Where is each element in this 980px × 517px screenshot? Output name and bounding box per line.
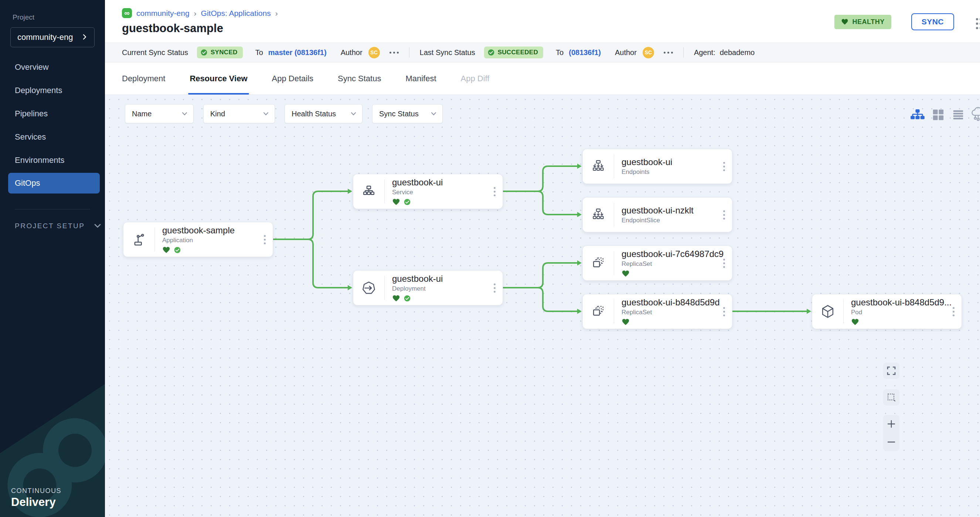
node-kind: ReplicaSet — [622, 260, 732, 268]
brand-continuous: CONTINUOUS — [11, 487, 61, 495]
breadcrumb-separator: › — [194, 9, 197, 18]
node-menu-kebab[interactable] — [950, 304, 957, 318]
brand-delivery: Delivery — [11, 496, 61, 509]
page-header: ∞ community-eng › GitOps: Applications ›… — [105, 0, 980, 43]
node-kind: Pod — [851, 309, 961, 316]
tab-bar: Deployment Resource View App Details Syn… — [105, 62, 980, 95]
healthy-heart-icon — [622, 318, 630, 326]
breadcrumb-project-link[interactable]: community-eng — [136, 9, 189, 18]
plus-icon — [887, 420, 896, 428]
zoom-out-button[interactable] — [883, 433, 899, 451]
header-more-grip-icon[interactable] — [975, 16, 980, 32]
last-sync-more-menu[interactable] — [664, 52, 673, 54]
project-selector[interactable]: community-eng — [10, 27, 95, 47]
node-replicaset-7c64987dc9[interactable]: guestbook-ui-7c64987dc9 ReplicaSet — [582, 246, 732, 281]
sync-status-bar: Current Sync Status SYNCED To master (08… — [105, 43, 980, 62]
replicaset-icon — [583, 304, 614, 319]
node-title: guestbook-ui-7c64987dc9 — [622, 249, 732, 259]
tab-deployment[interactable]: Deployment — [122, 62, 165, 95]
healthy-heart-icon — [622, 270, 630, 278]
last-author-label: Author — [615, 48, 637, 57]
list-view-icon[interactable] — [950, 107, 966, 123]
filter-health-status-select[interactable]: Health Status — [285, 104, 363, 123]
fullscreen-icon — [887, 366, 896, 375]
tab-app-details[interactable]: App Details — [272, 62, 314, 95]
healthy-heart-icon — [392, 198, 400, 206]
node-title: guestbook-ui-b848d5d9... — [851, 297, 961, 308]
healthy-heart-icon — [162, 246, 170, 254]
sidebar-item-pipelines[interactable]: Pipelines — [0, 102, 105, 125]
zoom-in-button[interactable] — [883, 415, 899, 433]
node-title: guestbook-ui — [622, 157, 732, 167]
node-menu-kebab[interactable] — [492, 281, 498, 295]
last-sync-label: Last Sync Status — [420, 48, 475, 57]
node-endpointslice[interactable]: guestbook-ui-nzklt EndpointSlice — [582, 197, 732, 232]
sidebar-item-environments[interactable]: Environments — [0, 149, 105, 172]
sidebar-item-overview[interactable]: Overview — [0, 56, 105, 79]
project-setup-toggle[interactable]: PROJECT SETUP — [15, 222, 105, 230]
node-menu-kebab[interactable] — [262, 233, 268, 246]
node-kind: ReplicaSet — [622, 309, 732, 316]
node-title: guestbook-ui-nzklt — [622, 205, 732, 216]
node-menu-kebab[interactable] — [492, 185, 498, 198]
filter-sync-status-select[interactable]: Sync Status — [372, 104, 443, 123]
agent-value: debademo — [720, 48, 755, 57]
health-status-badge: HEALTHY — [834, 15, 891, 29]
application-icon — [123, 232, 154, 247]
current-author-avatar: SC — [368, 47, 380, 58]
node-service[interactable]: guestbook-ui Service — [353, 174, 503, 209]
node-kind: Application — [162, 237, 273, 244]
replicaset-icon — [583, 256, 614, 271]
node-kind: EndpointSlice — [622, 217, 732, 224]
synced-check-icon — [404, 295, 411, 302]
sidebar-divider — [15, 209, 90, 209]
synced-check-icon — [404, 198, 411, 206]
node-endpoints[interactable]: guestbook-ui Endpoints — [582, 149, 732, 184]
sidebar: Project community-eng Overview Deploymen… — [0, 0, 105, 517]
header-actions: HEALTHY SYNC — [834, 13, 954, 30]
tab-sync-status[interactable]: Sync Status — [338, 62, 381, 95]
app-window: Project community-eng Overview Deploymen… — [0, 0, 980, 517]
tree-view-icon[interactable] — [909, 107, 926, 123]
sync-button[interactable]: SYNC — [911, 13, 954, 30]
breadcrumb-applications-link[interactable]: GitOps: Applications — [201, 9, 271, 18]
grid-view-icon[interactable] — [930, 107, 947, 123]
node-pod[interactable]: guestbook-ui-b848d5d9... Pod — [812, 294, 962, 329]
tab-app-diff[interactable]: App Diff — [461, 62, 490, 95]
healthy-heart-icon — [851, 318, 859, 326]
current-sync-more-menu[interactable] — [390, 52, 399, 54]
service-icon — [353, 184, 384, 199]
sidebar-item-deployments[interactable]: Deployments — [0, 79, 105, 102]
tab-manifest[interactable]: Manifest — [406, 62, 436, 95]
node-menu-kebab[interactable] — [721, 256, 727, 270]
check-circle-icon — [487, 49, 495, 56]
node-replicaset-b848d5d9d[interactable]: guestbook-ui-b848d5d9d ReplicaSet — [582, 294, 732, 329]
node-kind: Deployment — [392, 285, 503, 292]
filter-kind-select[interactable]: Kind — [203, 104, 275, 123]
node-deployment[interactable]: guestbook-ui Deployment — [353, 270, 503, 305]
node-menu-kebab[interactable] — [721, 160, 727, 173]
chevron-down-icon — [431, 112, 436, 116]
node-menu-kebab[interactable] — [721, 208, 727, 222]
main-panel: ∞ community-eng › GitOps: Applications ›… — [105, 0, 980, 517]
chevron-right-icon — [82, 32, 88, 42]
fullscreen-button[interactable] — [883, 363, 899, 379]
box-select-button[interactable] — [883, 389, 899, 406]
statusbar-divider-2 — [683, 47, 684, 58]
node-title: guestbook-ui — [392, 274, 503, 284]
chevron-down-icon — [351, 112, 356, 116]
agent-label: Agent: — [694, 48, 716, 57]
sidebar-item-gitops[interactable]: GitOps — [8, 173, 100, 193]
chevron-down-icon — [182, 112, 187, 116]
filter-name-select[interactable]: Name — [125, 104, 194, 123]
node-title: guestbook-ui — [392, 177, 503, 187]
last-sync-target-link[interactable]: (08136f1) — [569, 48, 601, 57]
gitops-infinity-icon: ∞ — [122, 8, 132, 18]
project-label: Project — [13, 13, 105, 21]
tab-resource-view[interactable]: Resource View — [189, 62, 247, 95]
node-menu-kebab[interactable] — [721, 304, 727, 318]
node-application[interactable]: guestbook-sample Application — [123, 222, 273, 257]
sidebar-item-services[interactable]: Services — [0, 125, 105, 149]
current-sync-target-link[interactable]: master (08136f1) — [268, 48, 327, 57]
network-view-icon[interactable] — [970, 107, 980, 123]
